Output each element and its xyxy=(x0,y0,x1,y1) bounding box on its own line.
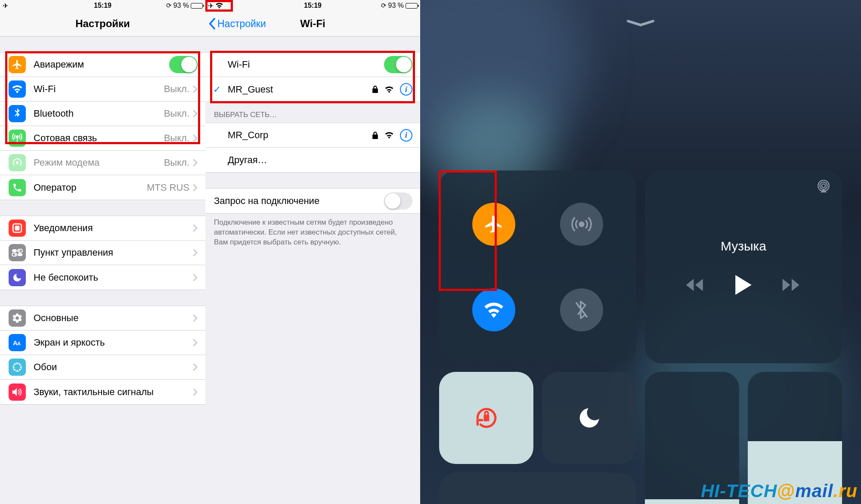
svg-point-21 xyxy=(14,364,15,365)
screen-mirroring-tile[interactable]: Повтор экрана xyxy=(439,473,636,504)
chevron-icon xyxy=(193,339,198,346)
svg-point-20 xyxy=(13,367,15,368)
media-tile[interactable]: Музыка xyxy=(645,170,842,363)
watermark: HI-TECH@mail.ru xyxy=(701,481,858,501)
chevron-icon xyxy=(193,224,198,232)
cellular-toggle[interactable] xyxy=(560,203,603,246)
settings-row-cellular[interactable]: Сотовая связьВыкл. xyxy=(0,126,205,151)
svg-point-14 xyxy=(17,363,18,365)
notifications-icon xyxy=(9,220,26,237)
network-row[interactable]: MR_Corp i xyxy=(205,123,420,148)
dnd-icon xyxy=(9,269,26,286)
connected-network-row[interactable]: ✓ MR_Guest i xyxy=(205,77,420,102)
prev-track-icon[interactable] xyxy=(686,278,705,292)
status-bar: ✈ 15:19 ⟳ 93 % xyxy=(0,0,205,11)
wifi-signal-icon xyxy=(384,86,394,93)
airplane-toggle[interactable] xyxy=(472,203,515,246)
svg-rect-10 xyxy=(18,253,22,256)
svg-rect-5 xyxy=(12,249,17,252)
settings-row-controlcenter[interactable]: Пункт управления xyxy=(0,241,205,265)
wifi-toggle[interactable] xyxy=(472,288,515,331)
clock: 15:19 xyxy=(304,2,322,9)
grabber-icon[interactable] xyxy=(626,19,656,28)
nav-bar: Настройки Wi-Fi xyxy=(205,11,420,37)
chevron-icon xyxy=(193,314,198,322)
svg-point-9 xyxy=(15,254,16,256)
display-icon: AA xyxy=(9,334,26,351)
battery-icon xyxy=(191,3,203,9)
svg-point-0 xyxy=(16,136,18,138)
back-button[interactable]: Настройки xyxy=(209,18,266,30)
settings-row-general[interactable]: Основные xyxy=(0,306,205,331)
svg-point-2 xyxy=(16,161,19,164)
settings-row-notifications[interactable]: Уведомления xyxy=(0,216,205,241)
next-track-icon[interactable] xyxy=(782,278,801,292)
ask-switch[interactable] xyxy=(384,192,412,210)
svg-rect-27 xyxy=(483,414,489,421)
row-label: Экран и яркость xyxy=(34,337,189,348)
wallpaper-icon xyxy=(9,359,26,376)
clock: 15:19 xyxy=(94,2,111,9)
wifi-toggle-group: Wi-Fi ✓ MR_Guest i xyxy=(205,52,420,102)
settings-row-phone[interactable]: ОператорMTS RUS xyxy=(0,175,205,200)
rotation-lock-icon: ⟳ xyxy=(166,2,172,9)
settings-row-wifi[interactable]: Wi-FiВыкл. xyxy=(0,77,205,102)
svg-point-22 xyxy=(579,222,584,226)
row-value: Выкл. xyxy=(164,133,189,144)
row-value: Выкл. xyxy=(164,108,189,119)
settings-row-bluetooth[interactable]: BluetoothВыкл. xyxy=(0,102,205,126)
row-label: Не беспокоить xyxy=(34,272,189,283)
sounds-icon xyxy=(9,383,26,401)
info-button[interactable]: i xyxy=(400,129,412,142)
chevron-icon xyxy=(193,159,198,167)
settings-row-display[interactable]: AAЭкран и яркость xyxy=(0,331,205,355)
page-title: Настройки xyxy=(75,18,130,30)
row-label: Авиарежим xyxy=(34,59,169,70)
other-label: Другая… xyxy=(228,155,412,166)
svg-point-18 xyxy=(17,370,18,371)
settings-row-dnd[interactable]: Не беспокоить xyxy=(0,265,205,290)
svg-point-16 xyxy=(20,367,21,368)
svg-point-25 xyxy=(820,182,827,189)
toggle-switch[interactable] xyxy=(169,56,198,73)
settings-row-wallpaper[interactable]: Обои xyxy=(0,355,205,380)
wifi-switch[interactable] xyxy=(384,56,412,73)
rotation-lock-tile[interactable] xyxy=(439,372,533,464)
other-network-row[interactable]: Другая… xyxy=(205,148,420,172)
settings-row-sounds[interactable]: Звуки, тактильные сигналы xyxy=(0,380,205,404)
ask-footer: Подключение к известным сетям будет прои… xyxy=(205,213,420,252)
settings-screen: ✈ 15:19 ⟳ 93 % Настройки АвиарежимWi-FiВ… xyxy=(0,0,205,504)
row-value: Выкл. xyxy=(164,157,189,168)
wifi-signal-icon xyxy=(215,3,223,9)
dnd-tile[interactable] xyxy=(542,372,636,464)
play-icon[interactable] xyxy=(735,275,752,295)
row-label: Звуки, тактильные сигналы xyxy=(34,387,189,398)
chevron-icon xyxy=(193,388,198,396)
network-name: MR_Corp xyxy=(228,130,372,141)
svg-point-15 xyxy=(19,364,20,365)
wifi-label: Wi-Fi xyxy=(228,59,384,70)
ask-to-join-row[interactable]: Запрос на подключение xyxy=(205,189,420,213)
chevron-icon xyxy=(193,134,198,142)
info-button[interactable]: i xyxy=(400,83,412,96)
row-value: MTS RUS xyxy=(147,182,189,193)
control-center: Музыка xyxy=(420,0,861,504)
row-label: Режим модема xyxy=(34,157,164,168)
networks-group: MR_Corp i Другая… xyxy=(205,123,420,173)
connectivity-tile xyxy=(439,170,636,363)
airplay-icon[interactable] xyxy=(816,180,831,193)
status-bar: ✈ 15:19 ⟳ 93 % xyxy=(205,0,420,11)
settings-row-airplane[interactable]: Авиарежим xyxy=(0,53,205,77)
row-label: Пункт управления xyxy=(34,247,189,258)
connectivity-group: АвиарежимWi-FiВыкл.BluetoothВыкл.Сотовая… xyxy=(0,52,205,200)
wifi-toggle-row[interactable]: Wi-Fi xyxy=(205,53,420,77)
svg-rect-4 xyxy=(15,226,20,231)
chevron-icon xyxy=(193,363,198,371)
svg-point-19 xyxy=(14,369,15,370)
row-label: Bluetooth xyxy=(34,108,164,119)
wifi-icon xyxy=(9,80,26,98)
bluetooth-toggle[interactable] xyxy=(560,288,603,331)
battery-icon xyxy=(406,3,418,9)
svg-point-24 xyxy=(822,184,826,188)
settings-row-hotspot[interactable]: Режим модемаВыкл. xyxy=(0,151,205,175)
